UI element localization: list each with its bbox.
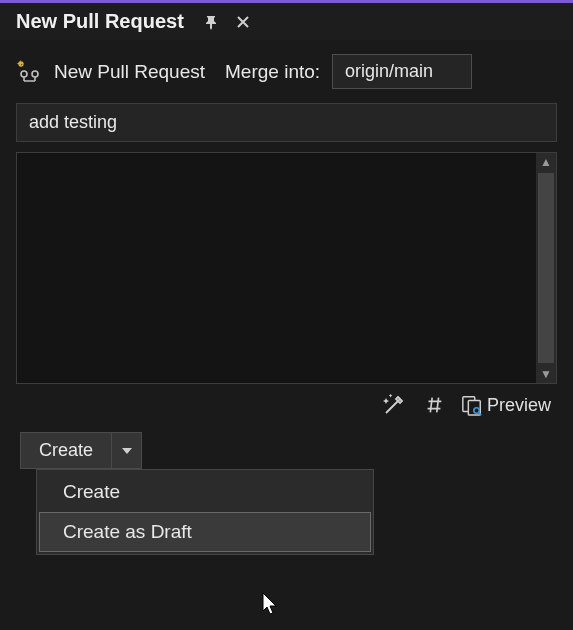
header-label: New Pull Request [54, 61, 205, 83]
create-button[interactable]: Create [21, 433, 111, 468]
new-pull-request-icon: ✦ [16, 59, 42, 85]
description-scrollbar[interactable]: ▲ ▼ [536, 153, 556, 383]
create-split-button: Create [20, 432, 142, 469]
header-row: ✦ New Pull Request Merge into: origin/ma… [16, 54, 557, 89]
merge-into-label: Merge into: [225, 61, 320, 83]
menu-item-create[interactable]: Create [39, 472, 371, 512]
content-panel: ✦ New Pull Request Merge into: origin/ma… [0, 40, 573, 571]
close-icon[interactable] [232, 11, 254, 33]
preview-label: Preview [487, 395, 551, 416]
scroll-up-icon[interactable]: ▲ [538, 153, 554, 171]
create-button-label: Create [39, 440, 93, 460]
mouse-cursor-icon [262, 592, 282, 618]
create-dropdown-menu: Create Create as Draft [36, 469, 374, 555]
panel-title: New Pull Request [16, 10, 184, 33]
svg-text:✦: ✦ [16, 59, 24, 69]
svg-point-2 [21, 71, 27, 77]
target-branch-value: origin/main [345, 61, 433, 81]
pr-title-input[interactable] [16, 103, 557, 142]
create-dropdown-toggle[interactable] [111, 433, 141, 468]
pr-description-input[interactable] [17, 153, 536, 383]
menu-item-create-as-draft[interactable]: Create as Draft [39, 512, 371, 552]
svg-point-3 [32, 71, 38, 77]
scroll-thumb[interactable] [538, 173, 554, 363]
scroll-down-icon[interactable]: ▼ [538, 365, 554, 383]
target-branch-select[interactable]: origin/main [332, 54, 472, 89]
title-bar: New Pull Request [0, 0, 573, 40]
menu-item-label: Create [63, 481, 120, 502]
pr-description-area: ▲ ▼ [16, 152, 557, 384]
preview-button[interactable]: Preview [461, 394, 551, 416]
menu-item-label: Create as Draft [63, 521, 192, 542]
description-toolbar: Preview [16, 384, 557, 428]
hashtag-icon[interactable] [421, 392, 447, 418]
ai-suggest-icon[interactable] [381, 392, 407, 418]
pin-icon[interactable] [200, 11, 222, 33]
